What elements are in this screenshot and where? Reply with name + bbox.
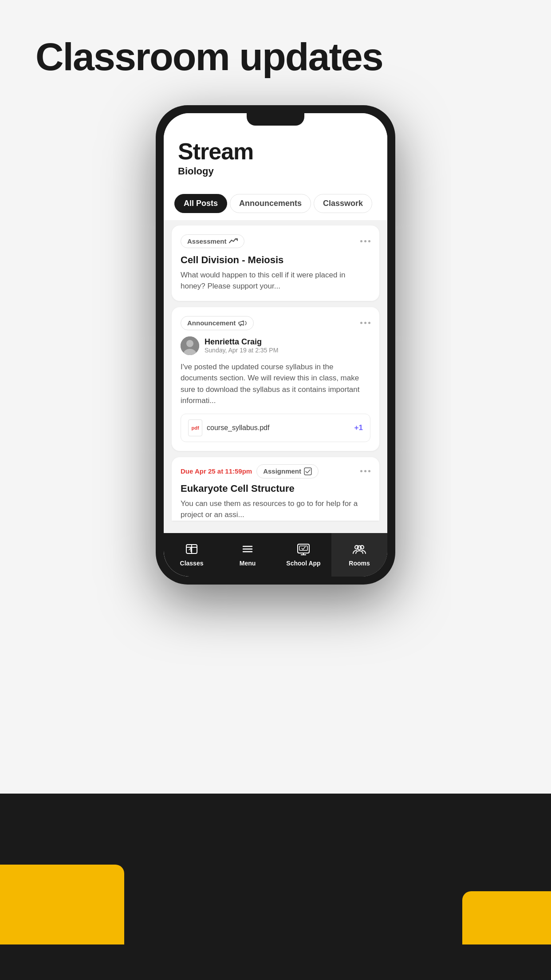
svg-rect-9 bbox=[299, 546, 307, 550]
post-card-header-1: Assessment bbox=[181, 234, 370, 248]
attachment-left: pdf course_syllabus.pdf bbox=[188, 419, 269, 436]
badge-announcement-label: Announcement bbox=[187, 319, 236, 327]
post-body-3: You can use them as resources to go to f… bbox=[181, 498, 370, 521]
nav-label-classes: Classes bbox=[180, 560, 204, 567]
attachment[interactable]: pdf course_syllabus.pdf +1 bbox=[181, 414, 370, 442]
nav-item-rooms[interactable]: Rooms bbox=[331, 533, 387, 577]
feed: Assessment bbox=[164, 220, 387, 533]
avatar-inner bbox=[181, 336, 199, 355]
post-title-3: Eukaryote Cell Structure bbox=[181, 483, 370, 494]
phone-notch bbox=[247, 113, 304, 126]
pdf-icon: pdf bbox=[188, 419, 202, 436]
post-body-2: I've posted the updated course syllabus … bbox=[181, 361, 370, 407]
phone-container: Stream Biology All Posts Announcements C… bbox=[0, 105, 551, 611]
more-dots-1[interactable] bbox=[360, 240, 370, 242]
nav-label-rooms: Rooms bbox=[349, 560, 370, 567]
dot bbox=[368, 470, 370, 472]
dot bbox=[360, 322, 362, 324]
trend-icon bbox=[229, 237, 238, 245]
badge-announcement: Announcement bbox=[181, 316, 254, 330]
post-card-announcement: Announcement bbox=[172, 307, 379, 451]
rooms-icon bbox=[351, 541, 367, 557]
post-card-header-2: Announcement bbox=[181, 316, 370, 330]
author-date: Sunday, Apr 19 at 2:35 PM bbox=[205, 347, 278, 354]
attachment-plus: +1 bbox=[354, 423, 363, 432]
badge-assignment: Assignment bbox=[256, 464, 319, 478]
menu-icon bbox=[240, 541, 256, 557]
school-app-icon bbox=[295, 541, 311, 557]
dot bbox=[364, 240, 366, 242]
badge-assessment-label: Assessment bbox=[187, 237, 226, 245]
post-card-assessment: Assessment bbox=[172, 225, 379, 301]
dot bbox=[368, 240, 370, 242]
avatar bbox=[181, 336, 199, 355]
more-dots-2[interactable] bbox=[360, 322, 370, 324]
more-dots-3[interactable] bbox=[360, 470, 370, 472]
post-body-1: What would happen to this cell if it wer… bbox=[181, 269, 370, 292]
attachment-name: course_syllabus.pdf bbox=[207, 424, 269, 432]
page-title: Classroom updates bbox=[0, 0, 551, 105]
bg-yellow-right bbox=[462, 891, 551, 944]
nav-label-school-app: School App bbox=[286, 560, 320, 567]
bg-yellow-left bbox=[0, 865, 124, 944]
tab-all-posts[interactable]: All Posts bbox=[174, 194, 227, 213]
nav-label-menu: Menu bbox=[240, 560, 256, 567]
badge-assessment: Assessment bbox=[181, 234, 244, 248]
post-title-1: Cell Division - Meiosis bbox=[181, 254, 370, 266]
svg-point-1 bbox=[186, 340, 193, 347]
screen-content: Stream Biology All Posts Announcements C… bbox=[164, 113, 387, 577]
badges-row: Due Apr 25 at 11:59pm Assignment bbox=[181, 464, 319, 478]
phone-screen: Stream Biology All Posts Announcements C… bbox=[164, 113, 387, 577]
tab-announcements[interactable]: Announcements bbox=[230, 194, 311, 213]
author-row: Henrietta Craig Sunday, Apr 19 at 2:35 P… bbox=[181, 336, 370, 355]
tab-classwork[interactable]: Classwork bbox=[314, 194, 372, 213]
author-info: Henrietta Craig Sunday, Apr 19 at 2:35 P… bbox=[205, 337, 278, 354]
classes-icon bbox=[184, 541, 200, 557]
nav-item-school-app[interactable]: School App bbox=[276, 533, 331, 577]
stream-title: Stream bbox=[178, 140, 373, 163]
author-name: Henrietta Craig bbox=[205, 337, 278, 347]
nav-item-classes[interactable]: Classes bbox=[164, 533, 220, 577]
dot bbox=[364, 470, 366, 472]
dot bbox=[364, 322, 366, 324]
post-card-assignment: Due Apr 25 at 11:59pm Assignment bbox=[172, 457, 379, 521]
phone-frame: Stream Biology All Posts Announcements C… bbox=[156, 105, 395, 585]
stream-subtitle: Biology bbox=[178, 166, 373, 177]
dot bbox=[360, 240, 362, 242]
dot bbox=[360, 470, 362, 472]
checkbox-icon bbox=[304, 467, 312, 475]
post-card-header-3: Due Apr 25 at 11:59pm Assignment bbox=[181, 464, 370, 478]
bottom-nav: Classes Menu bbox=[164, 533, 387, 577]
due-date: Due Apr 25 at 11:59pm bbox=[181, 467, 252, 475]
filter-tabs: All Posts Announcements Classwork bbox=[164, 186, 387, 220]
dot bbox=[368, 322, 370, 324]
megaphone-icon bbox=[238, 319, 247, 327]
badge-assignment-label: Assignment bbox=[263, 467, 301, 475]
nav-item-menu[interactable]: Menu bbox=[220, 533, 276, 577]
